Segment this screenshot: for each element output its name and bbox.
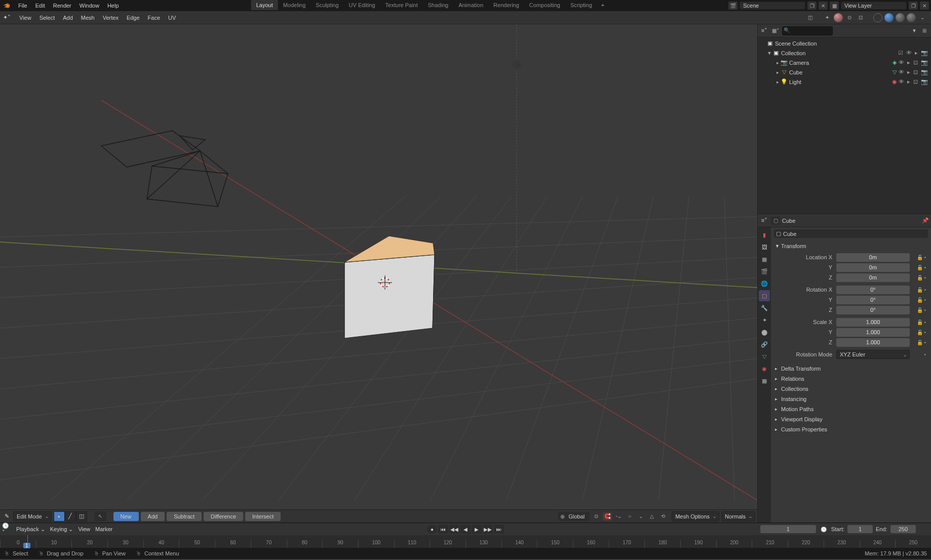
anim-dot-icon[interactable]: • — [924, 265, 926, 270]
workspace-layout[interactable]: Layout — [251, 0, 278, 10]
tab-scene-icon[interactable]: 🎬 — [759, 266, 770, 277]
mode-icon[interactable]: ✎ — [2, 512, 11, 521]
transform-panel-header[interactable]: ▼Transform — [774, 241, 928, 251]
vp-menu-edge[interactable]: Edge — [123, 15, 144, 21]
workspace-sculpting[interactable]: Sculpting — [311, 0, 343, 10]
shading-wireframe-icon[interactable] — [873, 13, 882, 22]
outliner-new-collection-icon[interactable]: ⊞ — [920, 27, 929, 35]
workspace-scripting[interactable]: Scripting — [565, 0, 597, 10]
current-frame-field[interactable]: 1 — [760, 525, 816, 533]
proportional-icon[interactable]: ○ — [625, 512, 634, 521]
tab-render-icon[interactable]: ▮ — [759, 229, 770, 241]
delta-panel-header[interactable]: ▸Delta Transform — [774, 364, 928, 374]
rotation-z-input[interactable] — [836, 306, 910, 314]
3d-viewport[interactable] — [0, 24, 757, 509]
menu-help[interactable]: Help — [103, 3, 123, 9]
outliner-row-light[interactable]: ▸💡 Light ◉ 👁▸⊡📷 — [758, 77, 931, 87]
workspace-anim[interactable]: Animation — [453, 0, 488, 10]
selectable-icon[interactable]: ⊡ — [913, 59, 918, 66]
vlayer-browse-icon[interactable]: ▦ — [830, 2, 839, 10]
proportional-falloff-icon[interactable]: ⌄ — [636, 512, 645, 521]
bool-add-button[interactable]: Add — [141, 512, 165, 521]
tab-object-icon[interactable]: ▢ — [759, 290, 770, 301]
menu-edit[interactable]: Edit — [31, 3, 49, 9]
outliner-row-collection[interactable]: ▼▣ Collection ☑👁▸📷 — [758, 48, 931, 58]
scale-x-input[interactable] — [836, 318, 910, 327]
preview-range-icon[interactable]: 🕓 — [819, 525, 828, 533]
mode-dropdown[interactable]: Edit Mode — [13, 511, 52, 522]
lock-icon[interactable]: 🔓 — [917, 340, 923, 345]
viewport-vis-icon[interactable]: ▸ — [915, 50, 918, 56]
tab-viewlayer-icon[interactable]: ▦ — [759, 254, 770, 265]
keyframe-next-icon[interactable]: ▶▶ — [483, 525, 493, 534]
transform-orientation[interactable]: Global — [558, 512, 590, 521]
vp-menu-face[interactable]: Face — [144, 15, 164, 21]
timeline-track[interactable]: 0102030405060708090100110120130140150160… — [0, 535, 931, 548]
eye-icon[interactable]: 👁 — [906, 50, 912, 56]
normals-dropdown[interactable]: Normals — [721, 511, 755, 522]
vp-menu-select[interactable]: Select — [35, 15, 59, 21]
selectable-icon[interactable]: ⊡ — [913, 69, 918, 75]
location-x-input[interactable] — [836, 253, 910, 262]
jump-end-icon[interactable]: ⏭ — [494, 525, 504, 534]
properties-editor-icon[interactable]: ≡˅ — [760, 216, 769, 225]
tl-menu-view[interactable]: View — [78, 526, 90, 532]
vp-toggle-camera-icon[interactable]: ◫ — [805, 14, 814, 22]
lock-icon[interactable]: 🔓 — [917, 297, 923, 303]
vp-xray-icon[interactable]: ⊡ — [856, 14, 865, 22]
snap-icon[interactable]: 🧲 — [603, 512, 612, 521]
object-name-field[interactable]: ▢ Cube — [774, 229, 928, 238]
tool-cursor-icon[interactable]: ↖ — [94, 511, 106, 522]
instancing-panel-header[interactable]: ▸Instancing — [774, 394, 928, 404]
custom-panel-header[interactable]: ▸Custom Properties — [774, 424, 928, 434]
menu-file[interactable]: File — [14, 3, 31, 9]
tab-modifiers-icon[interactable]: 🔧 — [759, 302, 770, 313]
outliner-row-scene[interactable]: ▣ Scene Collection — [758, 38, 931, 48]
anim-dot-icon[interactable]: • — [924, 330, 926, 335]
tl-menu-keying[interactable]: Keying ⌄ — [50, 526, 73, 533]
selectable-icon[interactable]: ⊡ — [913, 78, 918, 85]
tab-world-icon[interactable]: 🌐 — [759, 278, 770, 289]
relations-panel-header[interactable]: ▸Relations — [774, 374, 928, 384]
tab-particles-icon[interactable]: ✦ — [759, 314, 770, 326]
vlayer-delete-icon[interactable]: ✕ — [920, 2, 929, 10]
bool-subtract-button[interactable]: Subtract — [167, 512, 202, 521]
select-mode-face[interactable]: ◫ — [76, 511, 87, 522]
shading-dropdown-icon[interactable]: ⌄ — [918, 14, 927, 22]
lock-icon[interactable]: 🔓 — [917, 330, 923, 335]
eye-icon[interactable]: 👁 — [899, 69, 904, 75]
outliner-row-cube[interactable]: ▸▽ Cube ▽ 👁▸⊡📷 — [758, 67, 931, 77]
anim-dot-icon[interactable]: • — [924, 275, 926, 281]
lock-icon[interactable]: 🔓 — [917, 287, 923, 293]
scene-new-icon[interactable]: ❐ — [807, 2, 817, 10]
anim-dot-icon[interactable]: • — [924, 340, 926, 345]
shading-solid-icon[interactable] — [884, 13, 894, 22]
vp-overlay-toggle-icon[interactable]: ⊙ — [845, 14, 854, 22]
lock-icon[interactable]: 🔓 — [917, 275, 923, 281]
rotation-mode-dropdown[interactable]: XYZ Euler — [836, 350, 910, 359]
bool-difference-button[interactable]: Difference — [204, 512, 243, 521]
outliner-display-mode-icon[interactable]: ▦˅ — [771, 27, 780, 35]
tl-menu-playback[interactable]: Playback ⌄ — [16, 526, 45, 533]
workspace-rendering[interactable]: Rendering — [488, 0, 524, 10]
viewport-panel-header[interactable]: ▸Viewport Display — [774, 414, 928, 424]
render-vis-icon[interactable]: 📷 — [921, 78, 928, 85]
menu-render[interactable]: Render — [49, 3, 75, 9]
tab-constraints-icon[interactable]: 🔗 — [759, 339, 770, 350]
view-layer-field[interactable]: View Layer — [841, 2, 907, 10]
lock-icon[interactable]: 🔓 — [917, 319, 923, 325]
proportional-connected-icon[interactable]: △ — [647, 512, 656, 521]
tab-material-icon[interactable]: ◉ — [759, 363, 770, 374]
lock-icon[interactable]: 🔓 — [917, 255, 923, 260]
vp-menu-add[interactable]: Add — [59, 15, 77, 21]
shading-rendered-icon[interactable] — [907, 13, 916, 22]
vp-menu-view[interactable]: View — [15, 15, 35, 21]
motion-panel-header[interactable]: ▸Motion Paths — [774, 404, 928, 414]
anim-dot-icon[interactable]: • — [924, 287, 926, 293]
anim-dot-icon[interactable]: • — [924, 319, 926, 325]
workspace-add[interactable]: + — [597, 0, 608, 10]
tab-output-icon[interactable]: 🖼 — [759, 242, 770, 253]
shading-lookdev-icon[interactable] — [896, 13, 905, 22]
workspace-texpaint[interactable]: Texture Paint — [380, 0, 423, 10]
render-vis-icon[interactable]: 📷 — [921, 69, 928, 75]
